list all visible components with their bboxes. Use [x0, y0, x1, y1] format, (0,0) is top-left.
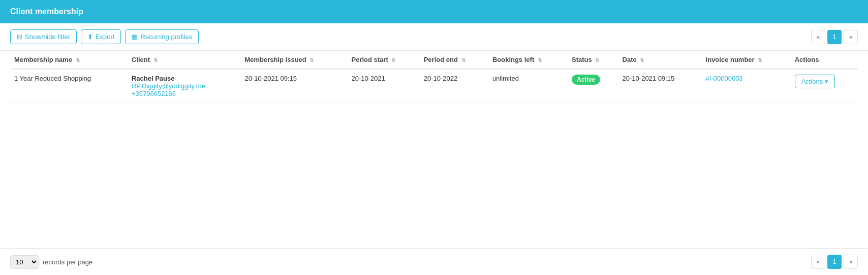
first-page-icon: «	[817, 33, 820, 41]
cell-period-end: 20-10-2022	[420, 69, 488, 103]
table-row: 1 Year Reduced Shopping Rachel Pause RP.…	[10, 69, 858, 103]
col-date: Date ⇅	[618, 51, 702, 69]
footer-last-page-icon: »	[849, 258, 853, 265]
records-per-page-text: records per page	[43, 258, 92, 266]
table-header-row: Membership name ⇅ Client ⇅ Membership is…	[10, 51, 858, 69]
col-actions: Actions	[791, 51, 858, 69]
col-invoice-number: Invoice number ⇅	[702, 51, 791, 69]
table-wrapper: Membership name ⇅ Client ⇅ Membership is…	[0, 51, 868, 248]
export-button[interactable]: ⬆ Export	[81, 29, 121, 44]
actions-button[interactable]: Actions ▾	[795, 75, 835, 88]
sort-invoice-number-icon[interactable]: ⇅	[758, 57, 762, 63]
sort-membership-issued-icon[interactable]: ⇅	[309, 57, 314, 63]
show-hide-filter-button[interactable]: ⊟ Show/hide filter	[10, 29, 77, 44]
col-membership-name: Membership name ⇅	[10, 51, 128, 69]
sort-period-start-icon[interactable]: ⇅	[391, 57, 395, 63]
footer-page-1-button[interactable]: 1	[827, 255, 842, 269]
footer-pagination: « 1 »	[811, 255, 858, 269]
cell-bookings-left: unlimited	[488, 69, 568, 103]
cell-actions: Actions ▾	[791, 69, 858, 103]
footer-last-page-button[interactable]: »	[844, 255, 858, 269]
footer-left: 10 25 50 100 records per page	[10, 255, 92, 269]
sort-period-end-icon[interactable]: ⇅	[461, 57, 466, 63]
col-bookings-left: Bookings left ⇅	[488, 51, 568, 69]
cell-client: Rachel Pause RP.Diggity@yodiggity.me +35…	[128, 69, 240, 103]
page-header: Client membership	[0, 0, 868, 23]
cell-date: 20-10-2021 09:15	[618, 69, 702, 103]
chevron-down-icon: ▾	[825, 78, 828, 85]
cell-membership-issued: 20-10-2021 09:15	[240, 69, 347, 103]
footer-first-page-button[interactable]: «	[811, 255, 825, 269]
footer: 10 25 50 100 records per page « 1 »	[0, 248, 868, 275]
status-badge: Active	[572, 75, 600, 85]
last-page-icon: »	[849, 33, 853, 41]
cell-period-start: 20-10-2021	[348, 69, 420, 103]
sort-bookings-left-icon[interactable]: ⇅	[538, 57, 542, 63]
last-page-button[interactable]: »	[844, 30, 858, 44]
client-name: Rachel Pause	[132, 75, 236, 82]
sort-client-icon[interactable]: ⇅	[153, 57, 158, 63]
cell-status: Active	[568, 69, 618, 103]
col-period-start: Period start ⇅	[348, 51, 420, 69]
recurring-profiles-button[interactable]: ▦ Recurring profiles	[125, 29, 199, 44]
toolbar-pagination: « 1 »	[811, 30, 858, 44]
client-email[interactable]: RP.Diggity@yodiggity.me	[132, 82, 236, 90]
filter-icon: ⊟	[17, 33, 22, 41]
first-page-button[interactable]: «	[811, 30, 825, 44]
toolbar-actions: ⊟ Show/hide filter ⬆ Export ▦ Recurring …	[10, 29, 199, 44]
sort-status-icon[interactable]: ⇅	[595, 57, 599, 63]
sort-membership-name-icon[interactable]: ⇅	[76, 57, 80, 63]
chart-icon: ▦	[132, 33, 138, 41]
per-page-select[interactable]: 10 25 50 100	[10, 255, 39, 269]
page-1-button[interactable]: 1	[827, 30, 842, 44]
footer-first-page-icon: «	[817, 258, 820, 265]
memberships-table: Membership name ⇅ Client ⇅ Membership is…	[10, 51, 858, 103]
client-phone: +35796052166	[132, 90, 236, 97]
toolbar: ⊟ Show/hide filter ⬆ Export ▦ Recurring …	[0, 23, 868, 51]
col-membership-issued: Membership issued ⇅	[240, 51, 347, 69]
cell-invoice-number: #I-00000003	[702, 69, 791, 103]
invoice-link[interactable]: #I-00000003	[706, 75, 743, 82]
col-client: Client ⇅	[128, 51, 240, 69]
sort-date-icon[interactable]: ⇅	[640, 57, 644, 63]
cell-membership-name: 1 Year Reduced Shopping	[10, 69, 128, 103]
col-status: Status ⇅	[568, 51, 618, 69]
col-period-end: Period end ⇅	[420, 51, 488, 69]
page-title: Client membership	[10, 7, 83, 16]
export-icon: ⬆	[87, 33, 93, 41]
